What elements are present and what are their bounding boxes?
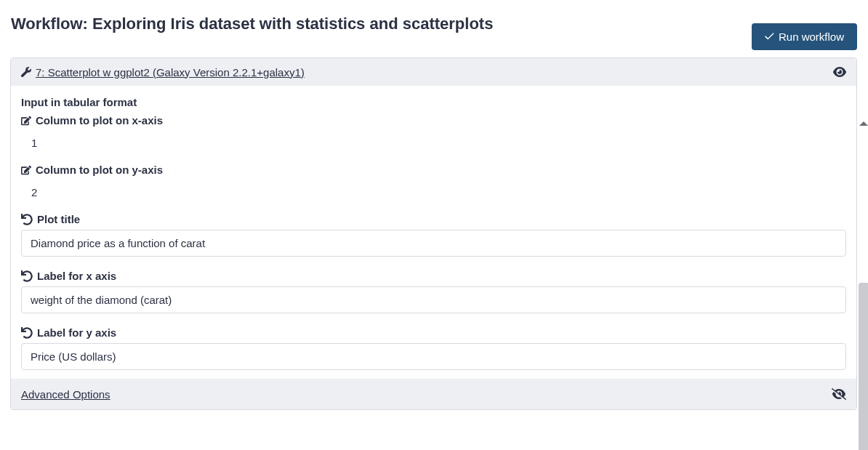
plot-title-input[interactable] xyxy=(21,230,846,257)
step-header[interactable]: 7: Scatterplot w ggplot2 (Galaxy Version… xyxy=(11,58,856,86)
x-label-label: Label for x axis xyxy=(37,270,116,282)
undo-icon[interactable] xyxy=(21,214,33,225)
page-title: Workflow: Exploring Iris dataset with st… xyxy=(11,15,493,33)
edit-icon[interactable] xyxy=(21,165,31,175)
eye-slash-icon[interactable] xyxy=(832,387,846,401)
y-column-value: 2 xyxy=(21,180,846,204)
wrench-icon xyxy=(21,67,31,77)
run-workflow-button[interactable]: Run workflow xyxy=(752,23,857,50)
advanced-options-section[interactable]: Advanced Options xyxy=(11,379,856,409)
step-panel: 7: Scatterplot w ggplot2 (Galaxy Version… xyxy=(10,57,857,410)
scroll-up-arrow[interactable] xyxy=(859,121,868,126)
plot-title-label: Plot title xyxy=(37,213,80,225)
eye-icon[interactable] xyxy=(833,65,846,79)
y-label-input[interactable] xyxy=(21,343,846,370)
y-label-label: Label for y axis xyxy=(37,326,116,339)
x-column-value: 1 xyxy=(21,131,846,155)
step-link[interactable]: 7: Scatterplot w ggplot2 (Galaxy Version… xyxy=(36,66,305,79)
y-column-label: Column to plot on y-axis xyxy=(36,164,163,176)
check-icon xyxy=(765,32,774,41)
undo-icon[interactable] xyxy=(21,270,33,282)
run-button-label: Run workflow xyxy=(779,31,844,43)
edit-icon[interactable] xyxy=(21,116,31,126)
x-column-label: Column to plot on x-axis xyxy=(36,114,163,126)
scrollbar-thumb[interactable] xyxy=(859,283,868,450)
advanced-options-link[interactable]: Advanced Options xyxy=(21,388,110,401)
x-label-input[interactable] xyxy=(21,286,846,313)
input-format-label: Input in tabular format xyxy=(21,96,846,108)
undo-icon[interactable] xyxy=(21,327,33,339)
